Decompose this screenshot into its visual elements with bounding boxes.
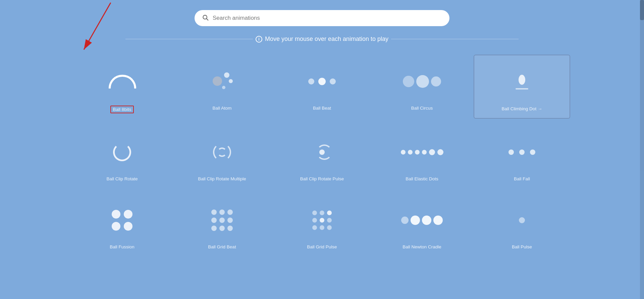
ball-climbing-dot-oval — [519, 75, 525, 85]
ball-beat-dot3 — [330, 78, 336, 84]
ball-grid-pulse-dot4 — [312, 218, 317, 223]
animation-cell-ball-clip-rotate-multiple[interactable]: Ball Clip Rotate Multiple — [174, 125, 270, 187]
animation-cell-ball-circus[interactable]: Ball Circus — [374, 55, 470, 119]
ball-clip-rotate-multiple-shape — [213, 143, 231, 161]
ball-elastic-dot1 — [401, 150, 406, 155]
ball-grid-beat-preview — [202, 200, 242, 240]
ball-pulse-label: Ball Pulse — [512, 244, 532, 249]
hint-bar: i Move your mouse over each animation to… — [74, 36, 570, 43]
animation-cell-ball-clip-rotate-pulse[interactable]: Ball Clip Rotate Pulse — [274, 125, 370, 187]
ball-grid-beat-dot9 — [227, 226, 233, 231]
ball-grid-beat-dot2 — [219, 210, 225, 215]
ball-grid-pulse-dot8 — [320, 225, 324, 230]
ball-elastic-dot2 — [408, 150, 413, 155]
ball-grid-beat-dot5 — [219, 218, 225, 223]
ball-8bits-label-box: Ball 8bits — [110, 106, 134, 113]
ball-atom-center — [213, 76, 222, 86]
ball-grid-beat-dot6 — [227, 218, 233, 223]
animation-cell-ball-grid-beat[interactable]: Ball Grid Beat — [174, 193, 270, 255]
ball-circus-b1 — [403, 76, 414, 87]
ball-newton-dot1 — [401, 217, 409, 224]
ball-clip-rotate-pulse-preview — [302, 132, 342, 172]
ball-elastic-dots-label: Ball Elastic Dots — [406, 176, 438, 181]
ball-grid-pulse-dot5 — [320, 218, 324, 223]
animations-grid: Ball 8bits Ball Atom — [74, 55, 570, 255]
ball-elastic-dots-shape — [401, 149, 443, 155]
animation-cell-ball-8bits[interactable]: Ball 8bits — [74, 55, 170, 119]
ball-fall-dot2 — [519, 150, 525, 155]
ball-elastic-dot3 — [415, 150, 420, 155]
ball-elastic-dot4 — [422, 150, 427, 155]
ball-grid-beat-dot1 — [211, 210, 217, 215]
ball-pulse-shape — [519, 217, 525, 223]
animation-cell-ball-elastic-dots[interactable]: Ball Elastic Dots — [374, 125, 470, 187]
ball-beat-dot2 — [318, 78, 326, 85]
ball-beat-dot1 — [308, 78, 314, 84]
animation-cell-ball-newton-cradle[interactable]: Ball Newton Cradle — [374, 193, 470, 255]
hint-divider-left — [125, 39, 253, 39]
ball-beat-preview — [302, 61, 342, 102]
ball-clip-rotate-multiple-preview — [202, 132, 242, 172]
ball-clip-rotate-multiple-inner — [217, 147, 227, 157]
ball-newton-dot2 — [411, 216, 420, 225]
ball-8bits-shape — [109, 75, 136, 88]
ball-grid-beat-dot7 — [211, 226, 217, 231]
ball-clip-rotate-preview — [102, 132, 142, 172]
animation-cell-ball-beat[interactable]: Ball Beat — [274, 55, 370, 119]
animation-cell-ball-grid-pulse[interactable]: Ball Grid Pulse — [274, 193, 370, 255]
scrollbar-thumb[interactable] — [640, 0, 644, 20]
ball-circus-b2 — [416, 75, 429, 88]
ball-grid-beat-dot3 — [227, 210, 233, 215]
ball-fussion-dot4 — [124, 222, 132, 231]
animation-cell-ball-clip-rotate[interactable]: Ball Clip Rotate — [74, 125, 170, 187]
ball-grid-pulse-label: Ball Grid Pulse — [307, 244, 337, 249]
svg-line-3 — [84, 3, 111, 50]
ball-circus-label: Ball Circus — [411, 106, 433, 111]
search-bar-wrapper — [74, 10, 570, 26]
ball-fall-label: Ball Fall — [514, 176, 530, 181]
animation-cell-ball-pulse[interactable]: Ball Pulse — [474, 193, 570, 255]
ball-atom-label: Ball Atom — [212, 106, 231, 111]
ball-newton-cradle-label: Ball Newton Cradle — [402, 244, 441, 249]
ball-elastic-dot6 — [437, 149, 443, 155]
ball-circus-b3 — [431, 76, 441, 86]
ball-newton-dot4 — [433, 216, 443, 225]
ball-grid-pulse-preview — [302, 200, 342, 240]
ball-grid-pulse-shape — [312, 211, 332, 230]
animation-cell-ball-fall[interactable]: Ball Fall — [474, 125, 570, 187]
ball-clip-rotate-pulse-label: Ball Clip Rotate Pulse — [300, 176, 344, 181]
search-input[interactable] — [213, 15, 442, 21]
scrollbar[interactable] — [640, 0, 644, 299]
ball-fussion-dot1 — [112, 210, 120, 219]
ball-grid-pulse-dot2 — [320, 211, 324, 215]
ball-clip-rotate-shape — [113, 143, 131, 161]
ball-beat-shape — [308, 78, 336, 85]
ball-newton-dot3 — [422, 216, 431, 225]
animation-cell-ball-climbing-dot[interactable]: Ball Climbing Dot → — [474, 55, 570, 119]
info-icon: i — [256, 36, 262, 43]
ball-newton-cradle-shape — [401, 216, 443, 225]
animation-cell-ball-atom[interactable]: Ball Atom — [174, 55, 270, 119]
ball-clip-rotate-multiple-label: Ball Clip Rotate Multiple — [198, 176, 246, 181]
ball-elastic-dot5 — [429, 149, 435, 155]
ball-fall-preview — [502, 132, 542, 172]
ball-grid-pulse-dot1 — [312, 211, 317, 215]
ball-fussion-shape — [112, 210, 132, 231]
ball-fussion-label: Ball Fussion — [110, 244, 135, 249]
ball-climbing-dot-preview — [502, 62, 542, 102]
ball-grid-pulse-dot9 — [327, 225, 332, 230]
ball-8bits-label: Ball 8bits — [110, 106, 134, 113]
ball-atom-small1 — [224, 72, 229, 78]
ball-beat-label: Ball Beat — [313, 106, 331, 111]
ball-grid-beat-label: Ball Grid Beat — [208, 244, 236, 249]
ball-circus-preview — [402, 61, 442, 102]
ball-climbing-dot-line — [516, 88, 528, 89]
ball-climbing-dot-shape — [516, 75, 528, 89]
ball-fussion-dot2 — [124, 210, 132, 219]
ball-grid-pulse-dot3 — [327, 211, 332, 215]
animation-cell-ball-fussion[interactable]: Ball Fussion — [74, 193, 170, 255]
ball-fussion-dot3 — [112, 222, 120, 231]
ball-atom-shape — [209, 70, 235, 93]
ball-grid-beat-dot8 — [219, 226, 225, 231]
ball-grid-pulse-dot6 — [327, 218, 332, 223]
